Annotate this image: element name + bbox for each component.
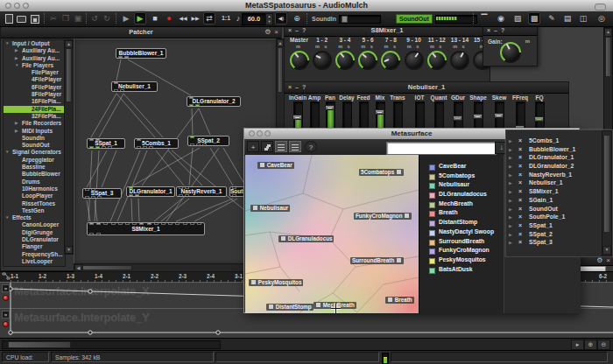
sidebar-item-10harmonics[interactable]: 10Harmonics [4,186,65,192]
surface-snapshot-nebulisaur[interactable]: Nebulisaur [250,205,290,212]
surface-snapshot-funkycromagnon[interactable]: FunkyCroMagnon [354,213,412,220]
snapshot-list-item-nastydactyl-swoop[interactable]: NastyDactyl Swoop [419,228,504,238]
sidebar-item-32filepla-[interactable]: 32FilePla... [4,113,65,120]
sidebar-item-file-recorders[interactable]: ▶File Recorders [4,120,65,127]
input-port[interactable] [129,186,133,189]
patch-node-sspat_1[interactable]: SSpat_1 [87,138,125,149]
sidebar-item-auxiliary-au-[interactable]: ▶Auxiliary Au... [4,55,65,62]
record-button[interactable]: ● [163,12,175,24]
soundout-meter[interactable] [435,15,477,24]
output-port[interactable] [96,233,101,235]
snapshots-view-button[interactable]: ▨ [511,12,524,24]
mute-parameter-icon[interactable]: × [518,154,522,160]
sidebar-item-rissettones[interactable]: RissetTones [4,200,65,207]
slider-handle[interactable] [494,113,504,118]
collapsed-arrow-icon[interactable]: ▶ [509,197,512,206]
gain-knob[interactable] [500,42,521,63]
mute-solo-labels[interactable]: m s [310,44,334,50]
channel-knob[interactable] [405,51,424,70]
open-document-button[interactable] [15,12,27,24]
detail-view-button[interactable] [289,141,301,152]
mute-parameter-icon[interactable]: × [518,172,522,178]
console-button[interactable]: ◫ [577,12,589,24]
snapshot-handle-icon[interactable] [396,169,402,175]
parameter-tree-item-nastyreverb_1[interactable]: ▶×NastyReverb_1 [506,172,603,180]
patch-node-nastyreverb_1[interactable]: NastyReverb_1 [176,186,227,197]
sidebar-item-16filepla-[interactable]: 16FilePla... [4,98,65,105]
channel-knob[interactable] [427,51,447,70]
patch-node-s8mixer_1[interactable]: S8Mixer_1 [87,222,205,235]
patch-node-5combs_1[interactable]: 5Combs_1 [134,138,179,149]
input-port[interactable] [189,96,194,99]
snapshot-list-item-distantstomp[interactable]: DistantStomp [419,219,504,228]
tree-scrollbar[interactable]: ▲ ▼ [64,39,74,255]
properties-button[interactable]: ▤ [561,12,574,24]
mute-parameter-icon[interactable]: × [518,179,522,186]
mute-solo-labels[interactable]: m s [356,44,380,50]
patch-node-dlgranulator_2[interactable]: DLGranulator_2 [187,96,241,107]
lane-x-record-indicator[interactable] [3,295,9,301]
output-port[interactable] [202,144,207,146]
sidebar-item-livelooper[interactable]: LiveLooper [4,258,65,265]
expanded-arrow-icon[interactable]: ▼ [5,149,9,156]
snapshot-handle-icon[interactable] [396,257,402,263]
output-port[interactable] [190,144,194,146]
collapsed-arrow-icon[interactable]: ▶ [509,137,512,146]
collapsed-arrow-icon[interactable]: ▶ [509,163,512,172]
input-port[interactable] [95,138,100,141]
collapsed-arrow-icon[interactable]: ▶ [509,154,512,163]
slider-handle[interactable] [375,109,384,115]
cut-button[interactable]: ✂ [47,12,60,24]
collapsed-arrow-icon[interactable]: ▶ [509,146,512,155]
channel-knob[interactable] [450,51,469,70]
sidebar-item-loopplayer[interactable]: LoopPlayer [4,192,65,200]
collapsed-arrow-icon[interactable]: ▶ [509,214,512,222]
add-snapshot-button[interactable]: + [247,141,259,152]
input-port[interactable] [118,222,123,225]
input-port[interactable] [168,222,173,225]
sidebar-item-drums[interactable]: Drums [4,178,65,186]
snapshot-list-item-batsatdusk[interactable]: BatsAtDusk [419,266,504,276]
save-document-button[interactable] [28,12,40,24]
patch-node-nebuliser_1[interactable]: Nebuliser_1 [111,81,158,92]
mute-parameter-icon[interactable]: × [518,163,522,169]
output-port[interactable] [135,194,139,197]
snapshot-handle-icon[interactable] [252,205,258,211]
expanded-arrow-icon[interactable]: ▼ [5,40,9,47]
redo-button[interactable]: ↻ [101,12,113,24]
output-port[interactable] [108,146,112,149]
draw-tool-button[interactable]: ✎ [546,12,558,24]
forward-button[interactable]: ▶▶ [189,12,201,24]
mute-parameter-icon[interactable]: × [518,197,522,203]
collapsed-arrow-icon[interactable]: ▶ [15,47,18,54]
output-port[interactable] [102,146,106,149]
input-port[interactable] [89,222,94,225]
mute-solo-labels[interactable]: m s [379,44,403,50]
sidebar-item-frequencysh-[interactable]: FrequencySh... [4,251,65,258]
network-button[interactable]: ⊕ [291,12,303,24]
input-port[interactable] [96,222,101,225]
loop-button[interactable]: ⇄ [203,12,215,24]
mute-parameter-icon[interactable]: × [518,188,522,194]
snapshot-list-item-nebulisaur[interactable]: Nebulisaur [419,181,504,191]
sidebar-item-4fileplayer[interactable]: 4FilePlayer [4,76,65,83]
follow-playback-button[interactable]: ▸ [571,340,584,350]
mute-parameter-icon[interactable]: × [518,137,522,144]
help-button[interactable]: ? [305,141,317,152]
output-port[interactable] [196,144,201,146]
paste-button[interactable]: ▣ [72,12,84,24]
sidebar-item-effects[interactable]: ▼Effects [4,214,65,221]
output-port[interactable] [95,146,100,149]
collapsed-arrow-icon[interactable]: ▶ [509,222,512,231]
sgain-minimize-icon[interactable]: – [494,27,501,33]
surface-snapshot-peskymosquitos[interactable]: PeskyMosquitos [249,279,303,286]
mute-parameter-icon[interactable]: × [518,239,522,245]
rewind-button[interactable]: ◀◀ [177,12,189,24]
patch-node-bubbleblower_1[interactable]: BubbleBlower_1 [116,48,166,59]
play-button[interactable]: ▶ [134,12,146,24]
channel-knob[interactable] [313,51,332,70]
snapshot-handle-icon[interactable] [280,235,286,242]
automation-breakpoint[interactable] [88,331,92,334]
sidebar-item-digigrunge[interactable]: DigiGrunge [4,229,65,236]
mute-solo-labels[interactable]: m s [402,44,426,50]
